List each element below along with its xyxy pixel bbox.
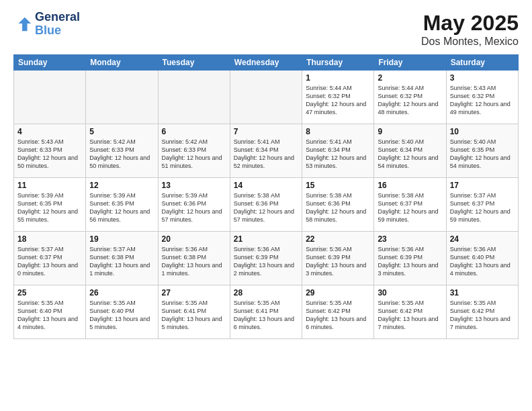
day-info: Sunrise: 5:36 AMSunset: 6:39 PMDaylight:… — [378, 245, 442, 278]
day-info: Sunrise: 5:35 AMSunset: 6:41 PMDaylight:… — [234, 299, 298, 332]
day-info: Sunrise: 5:40 AMSunset: 6:35 PMDaylight:… — [450, 138, 515, 171]
weekday-header-tuesday: Tuesday — [158, 55, 230, 71]
calendar-cell: 3Sunrise: 5:43 AMSunset: 6:32 PMDaylight… — [446, 71, 518, 124]
calendar-cell: 10Sunrise: 5:40 AMSunset: 6:35 PMDayligh… — [446, 124, 518, 178]
calendar-cell — [158, 71, 230, 124]
day-info: Sunrise: 5:36 AMSunset: 6:38 PMDaylight:… — [162, 245, 226, 278]
day-info: Sunrise: 5:42 AMSunset: 6:33 PMDaylight:… — [162, 138, 226, 171]
weekday-header-row: SundayMondayTuesdayWednesdayThursdayFrid… — [14, 55, 519, 71]
calendar-week-3: 11Sunrise: 5:39 AMSunset: 6:35 PMDayligh… — [14, 178, 519, 232]
day-info: Sunrise: 5:37 AMSunset: 6:37 PMDaylight:… — [17, 245, 82, 278]
day-info: Sunrise: 5:42 AMSunset: 6:33 PMDaylight:… — [89, 138, 154, 171]
day-info: Sunrise: 5:35 AMSunset: 6:41 PMDaylight:… — [162, 299, 226, 332]
day-number: 17 — [450, 181, 515, 190]
weekday-header-monday: Monday — [86, 55, 158, 71]
weekday-header-wednesday: Wednesday — [230, 55, 302, 71]
logo-icon — [13, 15, 32, 34]
calendar-cell: 2Sunrise: 5:44 AMSunset: 6:32 PMDaylight… — [374, 71, 446, 124]
weekday-header-sunday: Sunday — [14, 55, 86, 71]
day-number: 24 — [450, 234, 515, 244]
calendar-cell: 24Sunrise: 5:36 AMSunset: 6:40 PMDayligh… — [446, 232, 518, 285]
calendar-week-2: 4Sunrise: 5:43 AMSunset: 6:33 PMDaylight… — [14, 124, 519, 178]
page: General Blue May 2025 Dos Montes, Mexico… — [0, 0, 532, 411]
day-number: 5 — [89, 127, 154, 136]
day-info: Sunrise: 5:39 AMSunset: 6:35 PMDaylight:… — [17, 191, 82, 224]
day-info: Sunrise: 5:38 AMSunset: 6:36 PMDaylight:… — [306, 191, 370, 224]
calendar-cell: 6Sunrise: 5:42 AMSunset: 6:33 PMDaylight… — [158, 124, 230, 178]
day-number: 6 — [162, 127, 226, 136]
day-number: 11 — [17, 181, 82, 190]
calendar-cell: 20Sunrise: 5:36 AMSunset: 6:38 PMDayligh… — [158, 232, 230, 285]
day-info: Sunrise: 5:44 AMSunset: 6:32 PMDaylight:… — [378, 84, 442, 117]
day-info: Sunrise: 5:38 AMSunset: 6:36 PMDaylight:… — [234, 191, 298, 224]
calendar-week-5: 25Sunrise: 5:35 AMSunset: 6:40 PMDayligh… — [14, 285, 519, 339]
day-number: 19 — [89, 234, 154, 244]
day-info: Sunrise: 5:43 AMSunset: 6:33 PMDaylight:… — [17, 138, 82, 171]
day-info: Sunrise: 5:35 AMSunset: 6:42 PMDaylight:… — [306, 299, 370, 332]
svg-marker-0 — [18, 17, 31, 32]
calendar-cell: 5Sunrise: 5:42 AMSunset: 6:33 PMDaylight… — [86, 124, 158, 178]
calendar-cell: 31Sunrise: 5:35 AMSunset: 6:42 PMDayligh… — [446, 285, 518, 339]
logo-text: General Blue — [35, 11, 80, 38]
weekday-header-friday: Friday — [374, 55, 446, 71]
calendar-cell: 18Sunrise: 5:37 AMSunset: 6:37 PMDayligh… — [14, 232, 86, 285]
day-number: 29 — [306, 288, 370, 298]
day-number: 21 — [234, 234, 298, 244]
calendar-week-4: 18Sunrise: 5:37 AMSunset: 6:37 PMDayligh… — [14, 232, 519, 285]
day-info: Sunrise: 5:41 AMSunset: 6:34 PMDaylight:… — [306, 138, 370, 171]
day-number: 14 — [234, 181, 298, 190]
day-info: Sunrise: 5:38 AMSunset: 6:37 PMDaylight:… — [378, 191, 442, 224]
calendar-cell: 22Sunrise: 5:36 AMSunset: 6:39 PMDayligh… — [302, 232, 374, 285]
day-info: Sunrise: 5:36 AMSunset: 6:40 PMDaylight:… — [450, 245, 515, 278]
weekday-header-thursday: Thursday — [302, 55, 374, 71]
day-number: 15 — [306, 181, 370, 190]
calendar-cell: 11Sunrise: 5:39 AMSunset: 6:35 PMDayligh… — [14, 178, 86, 232]
calendar-cell: 16Sunrise: 5:38 AMSunset: 6:37 PMDayligh… — [374, 178, 446, 232]
calendar-cell: 19Sunrise: 5:37 AMSunset: 6:38 PMDayligh… — [86, 232, 158, 285]
day-number: 25 — [17, 288, 82, 298]
day-info: Sunrise: 5:41 AMSunset: 6:34 PMDaylight:… — [234, 138, 298, 171]
day-info: Sunrise: 5:39 AMSunset: 6:35 PMDaylight:… — [89, 191, 154, 224]
day-info: Sunrise: 5:40 AMSunset: 6:34 PMDaylight:… — [378, 138, 442, 171]
day-number: 13 — [162, 181, 226, 190]
day-number: 22 — [306, 234, 370, 244]
calendar-cell: 21Sunrise: 5:36 AMSunset: 6:39 PMDayligh… — [230, 232, 302, 285]
title-block: May 2025 Dos Montes, Mexico — [421, 11, 519, 48]
day-number: 8 — [306, 127, 370, 136]
calendar-week-1: 1Sunrise: 5:44 AMSunset: 6:32 PMDaylight… — [14, 71, 519, 124]
calendar-cell — [230, 71, 302, 124]
calendar-cell: 17Sunrise: 5:37 AMSunset: 6:37 PMDayligh… — [446, 178, 518, 232]
calendar-cell: 29Sunrise: 5:35 AMSunset: 6:42 PMDayligh… — [302, 285, 374, 339]
day-number: 23 — [378, 234, 442, 244]
day-number: 27 — [162, 288, 226, 298]
main-title: May 2025 — [421, 11, 519, 36]
weekday-header-saturday: Saturday — [446, 55, 518, 71]
logo: General Blue — [13, 11, 80, 38]
calendar-cell: 15Sunrise: 5:38 AMSunset: 6:36 PMDayligh… — [302, 178, 374, 232]
calendar-cell: 26Sunrise: 5:35 AMSunset: 6:40 PMDayligh… — [86, 285, 158, 339]
day-number: 20 — [162, 234, 226, 244]
calendar-cell: 25Sunrise: 5:35 AMSunset: 6:40 PMDayligh… — [14, 285, 86, 339]
day-info: Sunrise: 5:37 AMSunset: 6:38 PMDaylight:… — [89, 245, 154, 278]
day-number: 18 — [17, 234, 82, 244]
day-number: 30 — [378, 288, 442, 298]
day-info: Sunrise: 5:37 AMSunset: 6:37 PMDaylight:… — [450, 191, 515, 224]
header: General Blue May 2025 Dos Montes, Mexico — [13, 11, 519, 48]
day-number: 3 — [450, 73, 515, 83]
day-number: 10 — [450, 127, 515, 136]
calendar-cell: 30Sunrise: 5:35 AMSunset: 6:42 PMDayligh… — [374, 285, 446, 339]
calendar-cell — [14, 71, 86, 124]
day-number: 9 — [378, 127, 442, 136]
day-number: 16 — [378, 181, 442, 190]
day-number: 2 — [378, 73, 442, 83]
day-number: 4 — [17, 127, 82, 136]
day-info: Sunrise: 5:36 AMSunset: 6:39 PMDaylight:… — [306, 245, 370, 278]
day-info: Sunrise: 5:35 AMSunset: 6:40 PMDaylight:… — [89, 299, 154, 332]
day-number: 1 — [306, 73, 370, 83]
day-info: Sunrise: 5:39 AMSunset: 6:36 PMDaylight:… — [162, 191, 226, 224]
calendar-cell — [86, 71, 158, 124]
calendar-cell: 1Sunrise: 5:44 AMSunset: 6:32 PMDaylight… — [302, 71, 374, 124]
calendar-cell: 23Sunrise: 5:36 AMSunset: 6:39 PMDayligh… — [374, 232, 446, 285]
day-info: Sunrise: 5:36 AMSunset: 6:39 PMDaylight:… — [234, 245, 298, 278]
day-info: Sunrise: 5:35 AMSunset: 6:42 PMDaylight:… — [450, 299, 515, 332]
